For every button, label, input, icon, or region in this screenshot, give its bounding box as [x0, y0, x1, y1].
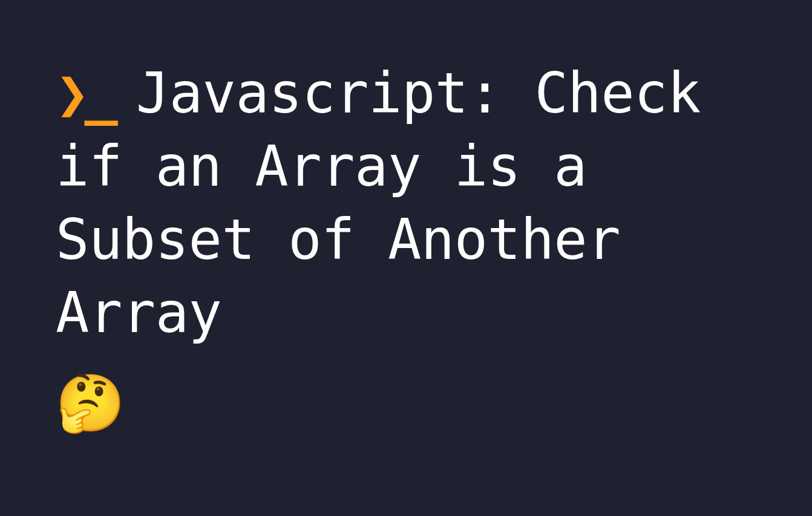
article-title: ❯_Javascript: Check if an Array is a Sub…	[56, 57, 758, 350]
title-text: Javascript: Check if an Array is a Subse…	[56, 61, 701, 345]
thinking-emoji: 🤔	[56, 376, 758, 431]
prompt-icon: ❯_	[56, 57, 113, 131]
article-card: ❯_Javascript: Check if an Array is a Sub…	[0, 0, 812, 431]
